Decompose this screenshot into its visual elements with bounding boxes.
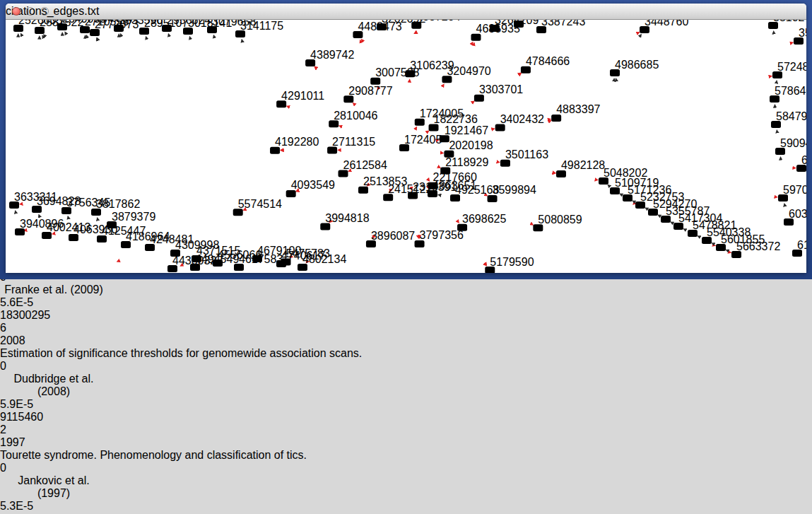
graph-node[interactable]: 4192280 [270, 136, 319, 154]
svg-text:2513853: 2513853 [363, 175, 407, 187]
graph-node[interactable]: 5663372 [731, 240, 780, 259]
svg-text:1921467: 1921467 [445, 124, 488, 136]
svg-text:4986685: 4986685 [615, 59, 659, 71]
graph-node[interactable]: 3204970 [442, 65, 490, 83]
minimize-window-button[interactable] [26, 7, 35, 16]
svg-text:2810046: 2810046 [334, 110, 377, 122]
svg-text:2908777: 2908777 [348, 85, 392, 97]
svg-text:5663372: 5663372 [736, 240, 780, 252]
cell-short: Jankovic et al. (1997) [0, 474, 107, 500]
graph-node[interactable]: 2020198 [444, 139, 493, 158]
svg-text:3202692: 3202692 [382, 20, 425, 25]
cell-in_degree: 2 [0, 424, 67, 436]
graph-node[interactable]: 5574514 [233, 198, 282, 216]
graph-node[interactable]: 4093549 [286, 179, 335, 197]
graph-node[interactable]: 5724889 [772, 61, 806, 79]
network-window: citations_edges.txt 17240051822736192146… [6, 4, 806, 273]
cell-title: Estimation of significance thresholds fo… [0, 347, 812, 360]
graph-node[interactable]: 5080859 [533, 214, 582, 232]
svg-text:3817862: 3817862 [96, 198, 140, 210]
cell-year: 2008 [0, 334, 57, 347]
graph-node[interactable]: 6093991 [796, 154, 806, 173]
graph-node[interactable]: 4982128 [556, 159, 605, 177]
window-controls [12, 7, 49, 16]
cell-out_de: 0 [0, 360, 66, 373]
graph-node[interactable]: 3387243 [536, 20, 585, 33]
cell-in_degree: 6 [0, 322, 67, 334]
svg-text:4291011: 4291011 [281, 90, 324, 102]
network-view-frame: citations_edges.txt 17240051822736192146… [0, 0, 812, 279]
svg-text:3501163: 3501163 [505, 148, 548, 160]
graph-node[interactable]: 3303701 [474, 83, 523, 101]
svg-text:5847923: 5847923 [776, 110, 806, 122]
close-window-button[interactable] [12, 7, 20, 16]
graph-node[interactable]: 5909440 [775, 137, 806, 156]
svg-text:3402432: 3402432 [500, 113, 544, 125]
svg-text:3797356: 3797356 [420, 229, 464, 241]
cell-name: 9115460 [0, 411, 67, 424]
svg-text:6155508: 6155508 [797, 239, 806, 251]
graph-node[interactable]: 2810046 [329, 110, 377, 128]
svg-text:4389742: 4389742 [310, 49, 354, 61]
svg-text:5909440: 5909440 [780, 137, 806, 149]
svg-text:3571794: 3571794 [799, 27, 806, 39]
network-graph[interactable]: 1724005182273619214672020198211892922176… [6, 20, 806, 273]
cell-name: 18300295 [0, 309, 67, 322]
svg-text:4802134: 4802134 [302, 253, 346, 265]
network-window-titlebar[interactable]: citations_edges.txt [6, 4, 806, 20]
table-row[interactable]: 911546021997Tourette syndrome. Phenomeno… [0, 411, 812, 513]
graph-node[interactable]: 172405 [399, 134, 442, 152]
svg-text:4883397: 4883397 [556, 103, 600, 115]
graph-node[interactable]: 2908777 [343, 85, 392, 103]
svg-text:4093549: 4093549 [291, 179, 335, 191]
svg-text:3510277: 3510277 [773, 20, 806, 23]
cell-pagerank: 5.6E-5 [0, 296, 76, 309]
svg-text:5179590: 5179590 [490, 256, 534, 268]
graph-node[interactable]: 5847923 [771, 110, 806, 129]
svg-text:3448760: 3448760 [645, 20, 688, 28]
svg-text:6093991: 6093991 [801, 154, 806, 166]
svg-text:2118929: 2118929 [445, 156, 488, 168]
svg-text:5080859: 5080859 [538, 214, 582, 226]
graph-node[interactable]: 4883397 [551, 103, 600, 122]
svg-text:2711315: 2711315 [332, 136, 375, 148]
svg-text:5786406: 5786406 [775, 85, 806, 97]
graph-node[interactable]: 3141175 [235, 20, 283, 37]
graph-node[interactable]: 3448760 [640, 20, 688, 33]
graph-node[interactable]: 3994818 [320, 212, 369, 230]
svg-text:2020198: 2020198 [449, 139, 493, 151]
svg-text:4982128: 4982128 [561, 159, 605, 171]
svg-text:5724889: 5724889 [777, 61, 806, 73]
graph-node[interactable]: 4389742 [305, 49, 354, 67]
graph-node[interactable]: 4802134 [298, 253, 346, 271]
graph-node[interactable]: 3698625 [457, 213, 506, 231]
zoom-window-button[interactable] [40, 7, 49, 16]
graph-node[interactable]: 3501163 [500, 148, 548, 167]
svg-text:1822736: 1822736 [434, 113, 478, 125]
graph-node[interactable]: 5786406 [770, 85, 806, 103]
svg-text:3204970: 3204970 [447, 65, 490, 77]
svg-text:3879379: 3879379 [112, 211, 155, 223]
graph-node[interactable]: 4784666 [521, 55, 570, 74]
graph-node[interactable]: 3797356 [415, 229, 464, 247]
graph-node[interactable]: 6155508 [792, 239, 806, 257]
cell-pagerank: 5.9E-5 [0, 398, 76, 411]
graph-node[interactable]: 3402432 [495, 113, 544, 132]
svg-text:3896087: 3896087 [371, 230, 415, 242]
graph-node[interactable]: 4986685 [610, 59, 659, 77]
graph-node[interactable]: 2612584 [339, 159, 387, 177]
table-row[interactable]: 1830029562008Estimation of significance … [0, 309, 812, 411]
svg-text:5970957: 5970957 [783, 184, 806, 196]
svg-text:5574514: 5574514 [238, 198, 282, 210]
cell-pagerank: 5.3E-5 [0, 500, 76, 513]
graph-node[interactable]: 6032474 [784, 208, 806, 226]
svg-text:3994818: 3994818 [325, 212, 369, 224]
cell-out_de: 0 [0, 462, 66, 474]
graph-node[interactable]: 5970957 [778, 184, 806, 202]
network-canvas[interactable]: 1724005182273619214672020198211892922176… [6, 20, 806, 276]
graph-node[interactable]: 4291011 [276, 90, 324, 107]
graph-node[interactable]: 3896087 [366, 230, 415, 248]
graph-node[interactable]: 3571794 [794, 27, 806, 45]
graph-node[interactable]: 5179590 [485, 256, 534, 273]
graph-node[interactable]: 2711315 [327, 136, 375, 154]
